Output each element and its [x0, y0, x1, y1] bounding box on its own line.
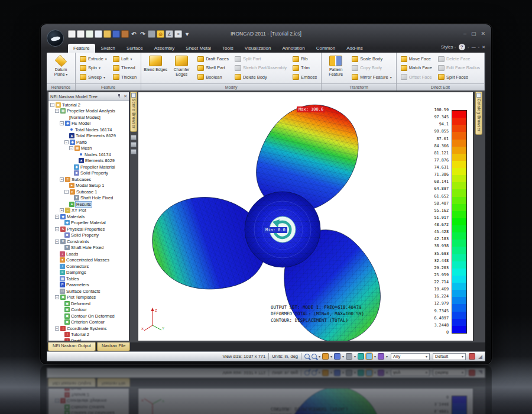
- expand-minus-icon[interactable]: −: [55, 326, 59, 331]
- datum-plane-button[interactable]: Datum Plane ▾: [49, 54, 73, 82]
- render-mode-icon[interactable]: [334, 353, 340, 360]
- tab-nastran-file[interactable]: Nastran File: [97, 342, 130, 351]
- tab-visualization[interactable]: Visualization: [239, 44, 277, 53]
- expand-minus-icon[interactable]: −: [55, 240, 59, 244]
- mdi-close-icon[interactable]: ✕: [482, 45, 485, 50]
- thread-button[interactable]: Thread: [111, 64, 138, 72]
- tree-item-part6[interactable]: ⊥Part6: [48, 338, 129, 341]
- perspective-view-icon[interactable]: [378, 353, 384, 360]
- tree-item-elements-8629[interactable]: ▲Elements 8629: [48, 158, 129, 164]
- iso-view-icon[interactable]: [346, 353, 352, 360]
- selection-filter-dropdown[interactable]: Any▾: [391, 353, 430, 360]
- emboss-button[interactable]: Emboss: [291, 73, 319, 81]
- expand-minus-icon[interactable]: −: [60, 177, 64, 182]
- tree-item-shaft-hole-fixed[interactable]: ▼Shaft Hole Fixed: [48, 195, 129, 202]
- expand-minus-icon[interactable]: −: [55, 295, 59, 299]
- expand-minus-icon[interactable]: −: [55, 215, 59, 219]
- draft-faces-button[interactable]: Draft Faces: [196, 55, 231, 63]
- tab-add-ins[interactable]: Add-Ins: [341, 44, 368, 53]
- tree-item-plot-templates[interactable]: −▣Plot Templates: [48, 295, 129, 301]
- tree-item-propeller-material[interactable]: ◆Propeller Material: [48, 220, 129, 227]
- expand-minus-icon[interactable]: −: [64, 140, 69, 144]
- palette-icon[interactable]: [131, 142, 137, 147]
- save-icon[interactable]: [112, 30, 120, 38]
- scale-body-button[interactable]: Scale Body: [350, 55, 394, 63]
- monitor-icon[interactable]: [131, 135, 137, 140]
- tree-item-mesh[interactable]: −▦Mesh: [48, 145, 129, 152]
- render-icon[interactable]: [121, 30, 129, 38]
- tree-item-tutorial-2[interactable]: −▣Tutorial 2: [48, 102, 129, 108]
- tree-item-propeller-material[interactable]: ◆Propeller Material: [48, 164, 129, 170]
- undo-icon[interactable]: ↶: [130, 30, 138, 38]
- link-icon[interactable]: [469, 353, 475, 360]
- trim-button[interactable]: Trim: [291, 64, 319, 72]
- tree-item-criterion-contour[interactable]: ▣Criterion Contour: [48, 319, 129, 326]
- tab-sheet-metal[interactable]: Sheet Metal: [180, 44, 216, 53]
- copy-icon[interactable]: [148, 30, 155, 38]
- open-icon[interactable]: [103, 30, 111, 38]
- tree-item-tutorial-2[interactable]: ⊥Tutorial 2: [48, 332, 129, 338]
- tree-item-contour[interactable]: ▣Contour: [48, 307, 129, 313]
- zoom-window-icon[interactable]: [312, 354, 317, 359]
- mirror-feature-button[interactable]: Mirror Feature▾: [350, 73, 394, 81]
- tree-item-total-nodes-16174[interactable]: Total Nodes 16174: [48, 127, 129, 133]
- tree-item-results[interactable]: ●Results: [48, 201, 129, 208]
- shaded-view-icon[interactable]: [366, 353, 372, 360]
- close-button[interactable]: ✕: [481, 30, 485, 37]
- match-face-button[interactable]: Match Face: [399, 64, 434, 72]
- triball-icon[interactable]: ◎: [157, 30, 164, 38]
- tab-tools[interactable]: Tools: [217, 44, 239, 53]
- expand-minus-icon[interactable]: −: [50, 103, 54, 107]
- minimize-button[interactable]: –: [463, 30, 466, 37]
- resize-grip[interactable]: ◢: [478, 354, 482, 360]
- tab-catalog-browser[interactable]: Catalog Browser: [475, 92, 482, 135]
- thicken-button[interactable]: Thicken: [111, 73, 138, 81]
- viewport[interactable]: Max: 100.6 Min: 0.0 100.5997.34594.190.8…: [138, 92, 473, 341]
- mdi-minimize-icon[interactable]: —: [472, 45, 476, 49]
- tree-item-connectors[interactable]: /Connectors: [48, 263, 129, 270]
- expand-minus-icon[interactable]: −: [60, 121, 64, 125]
- sweep-button[interactable]: Sweep▾: [78, 73, 109, 81]
- camera-view-icon[interactable]: [322, 353, 329, 360]
- tree-item-subcases[interactable]: −≡Subcases: [48, 176, 129, 183]
- ironcad-logo-icon[interactable]: [47, 30, 64, 47]
- titlebar[interactable]: ↶↷◎∠≡▾ IRONCAD 2011 - [Tutorial 2.ics] –…: [47, 27, 485, 41]
- tab-annotation[interactable]: Annotation: [277, 44, 310, 53]
- tree-item-loads[interactable]: ↓Loads: [48, 251, 129, 257]
- expand-minus-icon[interactable]: −: [55, 109, 59, 113]
- close-panel-icon[interactable]: ✕: [124, 94, 127, 99]
- move-face-button[interactable]: Move Face: [399, 55, 434, 63]
- tree-item-constraints[interactable]: −▼Constraints: [48, 238, 129, 245]
- tree-item-concentrated-masses[interactable]: ●Concentrated Masses: [48, 257, 129, 264]
- tree-item-nodes-16174[interactable]: Nodes 16174: [48, 151, 129, 158]
- tree-item-surface-contacts[interactable]: □Surface Contacts: [48, 288, 129, 295]
- new-sheet-icon[interactable]: [86, 30, 93, 38]
- tree-item-deformed[interactable]: ▣Deformed: [48, 300, 129, 307]
- help-icon[interactable]: ?: [459, 44, 465, 50]
- new-scene-icon[interactable]: [68, 30, 76, 38]
- tree-item-propeller-modal-analysis[interactable]: −▦Propeller Modal Analysis: [48, 108, 129, 115]
- tab-sketch[interactable]: Sketch: [96, 44, 121, 53]
- spin-button[interactable]: Spin▾: [78, 64, 109, 72]
- tree-item-xy-plot[interactable]: +~XY Plot: [48, 208, 129, 214]
- tab-nei-nastran-output[interactable]: NEi Nastran Output: [48, 342, 96, 351]
- redo-icon[interactable]: ↷: [139, 30, 147, 38]
- tree-item-contour-on-deformed[interactable]: ▣Contour On Deformed: [48, 313, 129, 319]
- tree-item-coordinate-systems[interactable]: −⊥Coordinate Systems: [48, 325, 129, 332]
- boolean-button[interactable]: Boolean: [196, 73, 231, 81]
- tree-item-subcase-1[interactable]: −▸Subcase 1: [48, 189, 129, 195]
- tree-item-tables[interactable]: ▦Tables: [48, 276, 129, 282]
- tree-item-modal-setup-1[interactable]: ▸Modal Setup 1: [48, 183, 129, 189]
- split-faces-button[interactable]: Split Faces: [436, 73, 482, 81]
- tree-item-fe-model[interactable]: −◆FE Model: [48, 121, 129, 127]
- blend-edges-button[interactable]: Blend Edges: [144, 54, 167, 82]
- tab-assembly[interactable]: Assembly: [149, 44, 180, 53]
- zoom-in-icon[interactable]: [304, 354, 310, 359]
- tree-item-part6[interactable]: −◆Part6: [48, 139, 129, 145]
- measure-icon[interactable]: ∠: [166, 30, 173, 38]
- tree-item-total-elements-8629[interactable]: ▲Total Elements 8629: [48, 133, 129, 140]
- camera-icon[interactable]: [131, 149, 137, 154]
- new-part-icon[interactable]: [77, 30, 85, 38]
- tab-surface[interactable]: Surface: [121, 44, 148, 53]
- shell-part-button[interactable]: Shell Part: [196, 64, 231, 72]
